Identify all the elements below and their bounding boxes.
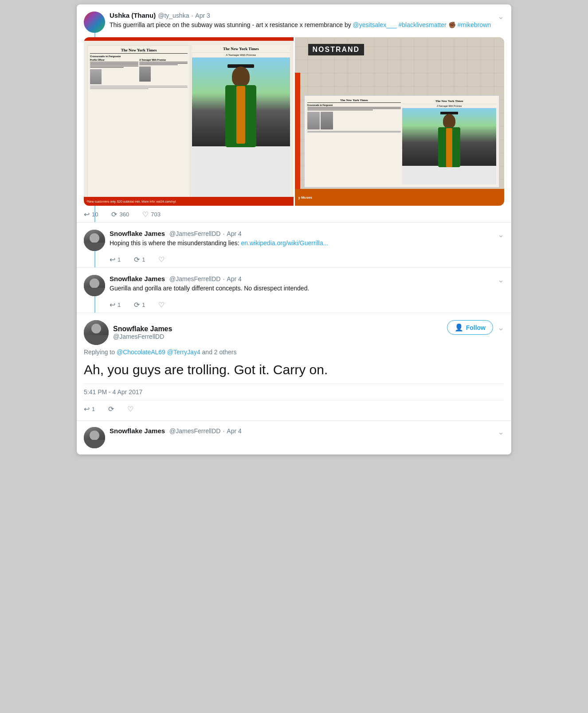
reply-count-3: 1 <box>118 302 121 308</box>
follow-button[interactable]: 👤 Follow <box>447 320 493 335</box>
tweet-name-line-2: Snowflake James @JamesFerrellDD · Apr 4 <box>110 230 504 237</box>
main-tweet-footer: ↩ 1 ⟳ ♡ <box>84 400 504 413</box>
bottom-preview-tweet: Snowflake James @JamesFerrellDD · Apr 4 … <box>77 420 511 454</box>
retweet-icon-2: ⟳ <box>134 255 140 264</box>
main-like-button[interactable]: ♡ <box>127 405 133 413</box>
tweet-dot: · <box>191 12 193 19</box>
bottom-sj-avatar <box>84 427 105 448</box>
reply-button[interactable]: ↩ 10 <box>84 210 98 219</box>
chevron-button[interactable]: ⌄ <box>498 12 504 21</box>
main-reply-icon: ↩ <box>84 405 90 413</box>
like-button-2[interactable]: ♡ <box>158 255 165 264</box>
tweet-date-2: Apr 4 <box>227 230 241 237</box>
main-sj-avatar <box>84 320 109 345</box>
hashtag-mikebrown[interactable]: #mikebrown <box>456 21 491 28</box>
mention-yesitsalex[interactable]: @yesitsalex___ <box>353 21 397 28</box>
main-reply-count: 1 <box>92 406 95 412</box>
sj-tweet-1: Snowflake James @JamesFerrellDD · Apr 4 … <box>77 223 511 268</box>
main-like-icon: ♡ <box>127 405 133 413</box>
retweet-button-2[interactable]: ⟳ 1 <box>134 255 145 264</box>
reply-mention-1[interactable]: @ChocolateAL69 <box>117 349 165 356</box>
ushka-avatar <box>84 12 105 33</box>
retweet-icon: ⟳ <box>111 210 117 219</box>
thread-line-2 <box>94 251 95 267</box>
chevron-button-3[interactable]: ⌄ <box>498 275 504 285</box>
tweet-text-3: Guerilla and gorilla are totally differe… <box>110 284 504 293</box>
chevron-button-main[interactable]: ⌄ <box>498 323 504 333</box>
main-tweet-name-block: Snowflake James @JamesFerrellDD <box>113 325 172 340</box>
tweet-card: Ushka (Thanu) @ty_ushka · Apr 3 This gue… <box>77 4 511 454</box>
like-icon-3: ♡ <box>158 301 165 309</box>
thread-line-3 <box>94 296 95 313</box>
bottom-tweet-name: Snowflake James <box>110 427 165 435</box>
reply-icon-3: ↩ <box>110 301 115 309</box>
tweet-name-2: Snowflake James <box>110 230 165 237</box>
reply-to-line: Replying to @ChocolateAL69 @TerryJay4 an… <box>84 349 504 356</box>
tweet-header-3: Snowflake James @JamesFerrellDD · Apr 4 … <box>84 275 504 296</box>
retweet-count-2: 1 <box>142 256 145 263</box>
like-icon: ♡ <box>142 210 149 219</box>
tweet-name-line-3: Snowflake James @JamesFerrellDD · Apr 4 <box>110 275 504 282</box>
bottom-tweet-date: Apr 4 <box>227 427 241 435</box>
retweet-count-3: 1 <box>142 302 145 308</box>
main-tweet-header: Snowflake James @JamesFerrellDD 👤 Follow… <box>84 320 504 345</box>
tweet-actions-3: ↩ 1 ⟳ 1 ♡ <box>110 301 504 309</box>
newspaper-image-left: The New York Times Crossroads in Ferguso… <box>84 37 294 206</box>
reply-button-3[interactable]: ↩ 1 <box>110 301 121 309</box>
reply-count-2: 1 <box>118 256 121 263</box>
tweet-handle: @ty_ushka <box>158 12 189 19</box>
tweet-images: The New York Times Crossroads in Ferguso… <box>84 37 504 206</box>
sj-avatar-1 <box>84 230 105 251</box>
tweet-meta: Ushka (Thanu) @ty_ushka · Apr 3 This gue… <box>110 12 504 30</box>
tweet-text: This guerrilla art piece on the subway w… <box>110 21 504 30</box>
main-retweet-icon: ⟳ <box>108 405 114 413</box>
bottom-tweet-handle: @JamesFerrellDD <box>169 427 220 435</box>
main-tweet-text: Ah, you guys are trolling. Got it. Carry… <box>84 361 504 378</box>
follow-icon: 👤 <box>455 323 463 332</box>
tweet-header-2: Snowflake James @JamesFerrellDD · Apr 4 … <box>84 230 504 251</box>
retweet-icon-3: ⟳ <box>134 301 140 309</box>
tweet-actions-2: ↩ 1 ⟳ 1 ♡ <box>110 255 504 264</box>
ushka-tweet: Ushka (Thanu) @ty_ushka · Apr 3 This gue… <box>77 4 511 223</box>
reply-icon-2: ↩ <box>110 255 115 264</box>
tweet-handle-2: @JamesFerrellDD <box>169 230 220 237</box>
like-button-3[interactable]: ♡ <box>158 301 165 309</box>
wiki-link[interactable]: en.wikipedia.org/wiki/Guerrilla... <box>241 239 329 247</box>
main-retweet-button[interactable]: ⟳ <box>108 405 114 413</box>
main-tweet-handle: @JamesFerrellDD <box>113 333 172 340</box>
subway-image-right: NOSTRAND The New York Times Crossroads i… <box>295 37 505 206</box>
like-button[interactable]: ♡ 703 <box>142 210 161 219</box>
emoji-fist: ✊🏾 <box>447 21 456 28</box>
tweet-meta-2: Snowflake James @JamesFerrellDD · Apr 4 … <box>110 230 504 248</box>
retweet-count: 360 <box>119 211 129 218</box>
reply-mention-2[interactable]: @TerryJay4 <box>167 349 200 356</box>
follow-label: Follow <box>466 324 486 331</box>
hashtag-blacklivesmatter[interactable]: #blacklivesmatter <box>399 21 447 28</box>
tweet-actions: ↩ 10 ⟳ 360 ♡ 703 <box>84 210 504 219</box>
chevron-button-2[interactable]: ⌄ <box>498 230 504 239</box>
tweet-name-line: Ushka (Thanu) @ty_ushka · Apr 3 <box>110 12 504 19</box>
bottom-preview-content: Snowflake James @JamesFerrellDD · Apr 4 <box>110 427 493 435</box>
tweet-name: Ushka (Thanu) <box>110 12 156 19</box>
like-count: 703 <box>151 211 161 218</box>
reply-button-2[interactable]: ↩ 1 <box>110 255 121 264</box>
tweet-date: Apr 3 <box>195 12 210 19</box>
main-reply-button[interactable]: ↩ 1 <box>84 405 95 413</box>
retweet-button[interactable]: ⟳ 360 <box>111 210 129 219</box>
retweet-button-3[interactable]: ⟳ 1 <box>134 301 145 309</box>
main-sj-avatar-body <box>84 335 109 345</box>
bottom-sj-avatar-body <box>84 440 105 448</box>
like-icon-2: ♡ <box>158 255 165 264</box>
main-tweet-name: Snowflake James <box>113 325 172 333</box>
main-tweet-actions: 👤 Follow ⌄ <box>447 320 504 335</box>
tweet-handle-3: @JamesFerrellDD <box>169 275 220 282</box>
sj-avatar-body <box>84 243 105 251</box>
tweet-name-3: Snowflake James <box>110 275 165 282</box>
reply-icon: ↩ <box>84 210 90 219</box>
sj-avatar-body-2 <box>84 288 105 296</box>
main-tweet-user: Snowflake James @JamesFerrellDD <box>84 320 172 345</box>
tweet-text-2: Hoping this is where the misunderstandin… <box>110 239 504 248</box>
tweet-header: Ushka (Thanu) @ty_ushka · Apr 3 This gue… <box>84 12 504 33</box>
tweet-date-3: Apr 4 <box>227 275 241 282</box>
chevron-button-bottom[interactable]: ⌄ <box>498 427 504 437</box>
